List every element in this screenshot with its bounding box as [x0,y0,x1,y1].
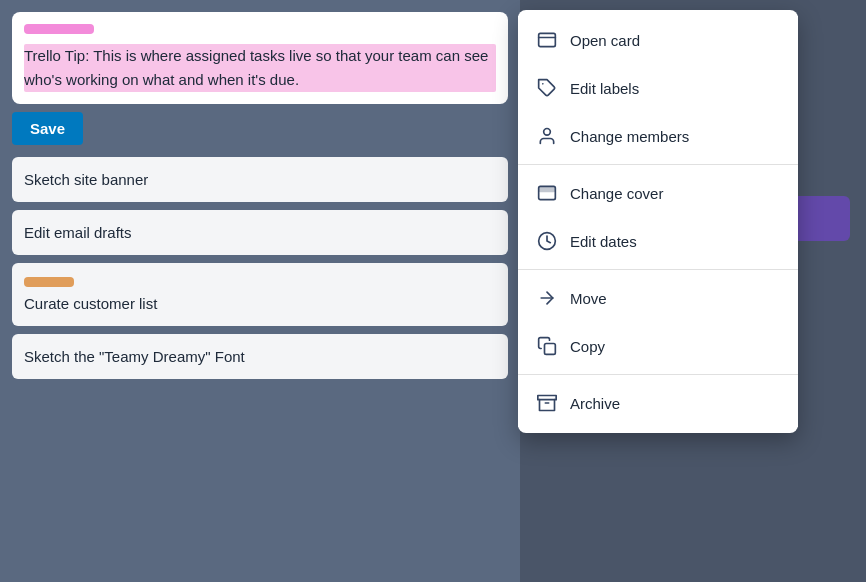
list-item-text: Sketch the "Teamy Dreamy" Font [24,348,245,365]
menu-divider-1 [518,164,798,165]
menu-divider-3 [518,374,798,375]
change-cover-label: Change cover [570,185,663,202]
dates-icon [536,230,558,252]
list-item: Curate customer list [12,263,508,326]
label-icon [536,77,558,99]
list-item-text: Sketch site banner [24,171,148,188]
svg-rect-0 [539,33,556,46]
card-icon [536,29,558,51]
copy-icon [536,335,558,357]
svg-rect-5 [539,186,556,192]
move-icon [536,287,558,309]
archive-label: Archive [570,395,620,412]
list-item: Sketch site banner [12,157,508,202]
svg-rect-9 [538,396,556,400]
board-area: Trello Tip: This is where assigned tasks… [0,0,520,582]
svg-rect-8 [545,344,556,355]
open-card-button[interactable]: Open card [518,16,798,64]
members-icon [536,125,558,147]
menu-divider-2 [518,269,798,270]
copy-button[interactable]: Copy [518,322,798,370]
list-item: Edit email drafts [12,210,508,255]
list-item-label-bar [24,277,74,287]
change-members-button[interactable]: Change members [518,112,798,160]
card-label-bar [24,24,94,34]
change-cover-button[interactable]: Change cover [518,169,798,217]
change-members-label: Change members [570,128,689,145]
edit-dates-label: Edit dates [570,233,637,250]
list-item-text: Edit email drafts [24,224,132,241]
card-text-content: Trello Tip: This is where assigned tasks… [24,44,496,92]
list-item-text: Curate customer list [24,295,157,312]
save-button[interactable]: Save [12,112,83,145]
edit-dates-button[interactable]: Edit dates [518,217,798,265]
move-button[interactable]: Move [518,274,798,322]
archive-button[interactable]: Archive [518,379,798,427]
cover-icon [536,182,558,204]
edit-labels-button[interactable]: Edit labels [518,64,798,112]
svg-point-3 [544,129,551,136]
archive-icon [536,392,558,414]
move-label: Move [570,290,607,307]
card-editor: Trello Tip: This is where assigned tasks… [12,12,508,104]
context-menu: Open card Edit labels Change members [518,10,798,433]
copy-label: Copy [570,338,605,355]
edit-labels-label: Edit labels [570,80,639,97]
open-card-label: Open card [570,32,640,49]
list-item: Sketch the "Teamy Dreamy" Font [12,334,508,379]
